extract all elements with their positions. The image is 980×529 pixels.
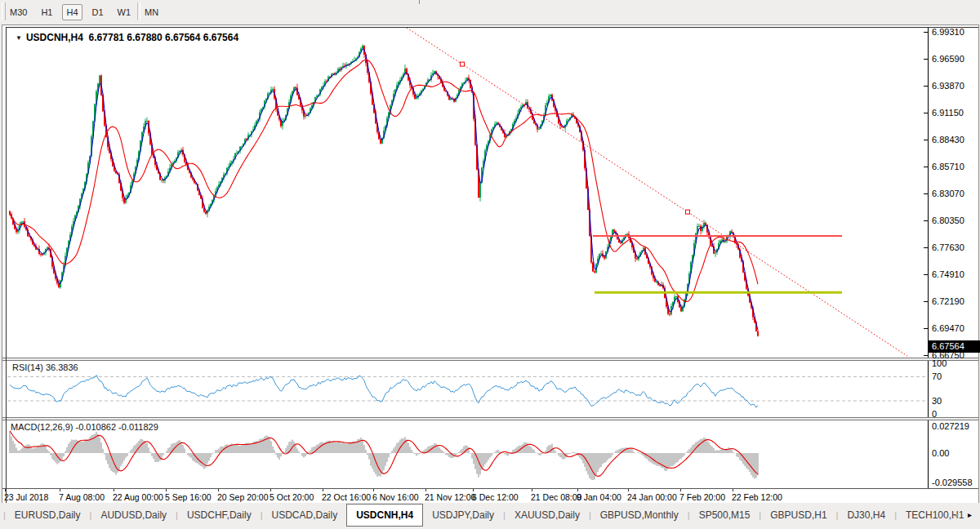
macd-axis-label: 0.00 <box>932 447 949 459</box>
toolbar-separator <box>137 2 140 20</box>
toolbar-top-mark <box>419 0 420 4</box>
timeframe-button-mn[interactable]: MN <box>140 4 163 20</box>
price-axis-label: 6.77630 <box>932 242 964 253</box>
symbol-timeframe-label: USDCNH,H4 <box>26 32 83 43</box>
time-axis-tick <box>473 489 474 491</box>
chart-window: ▼USDCNH,H4 6.67781 6.67880 6.67564 6.675… <box>2 24 979 504</box>
time-axis-tick <box>532 489 532 491</box>
price-axis-label: 6.93870 <box>932 80 964 91</box>
price-axis-label: 6.72190 <box>932 296 964 307</box>
mt4-terminal: M30H1H4D1W1MN ▼USDCNH,H4 6.67781 6.67880… <box>0 0 980 529</box>
current-price-badge: 6.67564 <box>929 340 980 353</box>
timeframe-button-h4[interactable]: H4 <box>62 4 82 20</box>
time-axis-label: 24 Jan 00:00 <box>627 492 677 502</box>
time-axis-label: 21 Nov 12:00 <box>425 492 475 502</box>
time-axis-label: 22 Feb 12:00 <box>732 492 782 502</box>
tab-usdjpy-daily[interactable]: USDJPY,Daily <box>423 505 503 527</box>
time-axis-tick <box>628 489 629 491</box>
time-axis-label: 21 Dec 08:00 <box>531 492 581 502</box>
symbol-dropdown-icon[interactable]: ▼ <box>16 34 22 42</box>
rsi-axis-label: 70 <box>932 371 942 382</box>
panel-divider-rsi[interactable] <box>2 358 978 361</box>
trendline-marker <box>461 62 465 66</box>
tab-gbpusd-monthly[interactable]: GBPUSD,Monthly <box>591 505 688 527</box>
toolbar-grip[interactable] <box>2 2 6 20</box>
tab-scroll-left-icon[interactable]: ◂ <box>954 509 958 522</box>
price-axis-label: 6.88430 <box>932 134 964 145</box>
time-axis-label: 6 Dec 12:00 <box>472 492 519 502</box>
tab-audusd-daily[interactable]: AUDUSD,Daily <box>91 505 176 527</box>
time-axis-tick <box>114 489 114 491</box>
macd-axis-label: -0.029558 <box>932 477 973 488</box>
panel-divider-macd[interactable] <box>2 417 978 420</box>
chart-header: ▼USDCNH,H4 6.67781 6.67880 6.67564 6.675… <box>16 32 238 43</box>
price-axis-label: 6.91150 <box>932 107 964 118</box>
time-axis-label: 20 Sep 20:00 <box>217 492 268 502</box>
timeframe-button-w1[interactable]: W1 <box>114 4 136 20</box>
price-axis-label: 6.83070 <box>932 188 964 199</box>
price-axis-label: 6.69470 <box>932 322 964 334</box>
price-axis-label: 6.74910 <box>932 269 964 280</box>
rsi-label: RSI(14) 36.3836 <box>12 362 78 372</box>
time-axis-label: 6 Nov 16:00 <box>372 492 419 502</box>
time-axis-tick <box>270 489 271 491</box>
tab-eurusd-daily[interactable]: EURUSD,Daily <box>6 505 90 527</box>
rsi-panel[interactable]: RSI(14) 36.3836 <box>7 361 929 417</box>
time-axis-tick <box>5 489 6 491</box>
macd-label: MACD(12,26,9) -0.010862 -0.011829 <box>11 422 158 432</box>
price-axis-label: 6.85710 <box>932 161 964 172</box>
tab-usdcnh-h4[interactable]: USDCNH,H4 <box>346 504 423 527</box>
time-axis-tick <box>577 489 578 491</box>
timeframe-toolbar: M30H1H4D1W1MN <box>0 0 980 24</box>
time-axis-tick <box>323 489 323 491</box>
rsi-chart-canvas[interactable] <box>7 361 928 417</box>
time-axis-tick <box>680 489 681 491</box>
time-axis: 23 Jul 20187 Aug 08:0022 Aug 00:005 Sep … <box>2 488 978 504</box>
tab-gbpusd-h1[interactable]: GBPUSD,H1 <box>761 505 835 527</box>
price-panel[interactable]: ▼USDCNH,H4 6.67781 6.67880 6.67564 6.675… <box>7 28 929 358</box>
rsi-axis-label: 30 <box>932 395 942 407</box>
tab-sp500-m15[interactable]: SP500,M15 <box>690 505 760 527</box>
time-axis-label: 22 Oct 16:00 <box>322 492 371 502</box>
price-axis-label: 6.99310 <box>932 26 964 38</box>
time-axis-tick <box>60 489 60 491</box>
time-axis-label: 5 Oct 20:00 <box>270 492 314 502</box>
timeframe-button-h1[interactable]: H1 <box>37 4 56 20</box>
price-chart-canvas[interactable] <box>7 28 928 358</box>
ma-fast-line <box>10 49 758 330</box>
ma-slow-line <box>10 60 758 301</box>
price-axis-label: 6.80350 <box>932 215 964 226</box>
time-axis-label: 22 Aug 00:00 <box>113 492 163 502</box>
trendline <box>407 28 907 356</box>
time-axis-label: 23 Jul 2018 <box>4 492 48 502</box>
time-axis-tick <box>373 489 374 491</box>
time-axis-tick <box>166 489 167 491</box>
tab-scroll-right-icon[interactable]: ▸ <box>968 509 972 522</box>
tab-dj30-h4[interactable]: DJ30,H4 <box>838 505 894 527</box>
tab-xauusd-daily[interactable]: XAUUSD,Daily <box>506 505 589 527</box>
time-axis-tick <box>733 489 733 491</box>
tab-usdchf-daily[interactable]: USDCHF,Daily <box>178 505 261 527</box>
timeframe-button-d1[interactable]: D1 <box>88 4 108 20</box>
chart-tabbar: |EURUSD,Daily|AUDUSD,Daily|USDCHF,Daily|… <box>0 503 980 529</box>
macd-axis-label: 0.027219 <box>932 420 969 432</box>
rsi-axis-label: 0 <box>932 408 937 420</box>
rsi-axis-label: 100 <box>932 358 947 369</box>
time-axis-tick <box>425 489 426 491</box>
timeframe-button-m30[interactable]: M30 <box>6 4 31 20</box>
macd-panel[interactable]: MACD(12,26,9) -0.010862 -0.011829 <box>7 420 929 488</box>
macd-histogram <box>10 431 758 480</box>
time-axis-label: 7 Aug 08:00 <box>59 492 105 502</box>
time-axis-label: 5 Sep 16:00 <box>165 492 212 502</box>
rsi-line <box>10 376 758 408</box>
time-axis-label: 9 Jan 04:00 <box>577 492 621 502</box>
chart-tabs: |EURUSD,Daily|AUDUSD,Daily|USDCHF,Daily|… <box>3 505 973 527</box>
tab-usdcad-daily[interactable]: USDCAD,Daily <box>263 505 347 527</box>
time-axis-label: 7 Feb 20:00 <box>679 492 725 502</box>
tab-scroll-arrows: ◂ ▸ <box>954 509 972 522</box>
time-axis-tick <box>218 489 219 491</box>
trendline-marker <box>686 210 690 214</box>
price-axis-label: 6.96590 <box>932 53 964 64</box>
ohlc-values: 6.67781 6.67880 6.67564 6.67564 <box>89 32 239 43</box>
